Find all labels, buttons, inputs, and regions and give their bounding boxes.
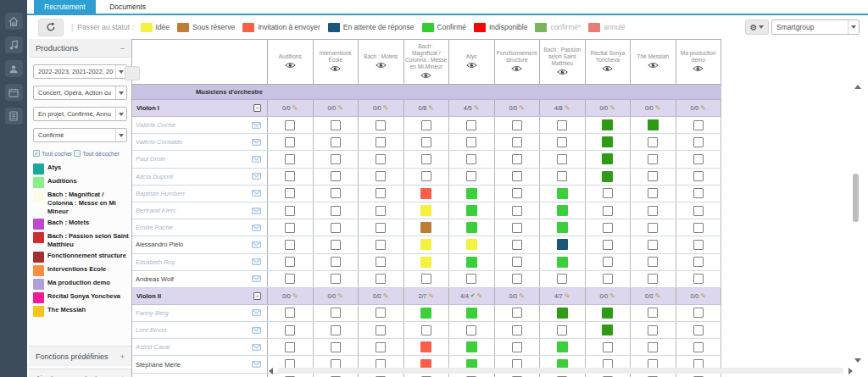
status-checkbox[interactable] bbox=[693, 274, 704, 284]
group-count-cell[interactable]: 2/7✎ bbox=[404, 288, 450, 304]
collapse-group-icon[interactable]: − bbox=[253, 292, 261, 300]
send-mail-button[interactable] bbox=[252, 309, 261, 316]
production-list-item[interactable]: Fonctionnement structure bbox=[33, 252, 129, 263]
status-checkbox[interactable] bbox=[466, 120, 476, 130]
status-checkbox[interactable] bbox=[331, 240, 341, 250]
status-checkbox[interactable] bbox=[285, 206, 295, 216]
eye-icon[interactable] bbox=[511, 65, 522, 72]
status-checkbox[interactable] bbox=[466, 171, 476, 181]
send-mail-button[interactable] bbox=[252, 122, 261, 129]
edit-pencil-icon[interactable]: ✎ bbox=[474, 104, 480, 112]
status-square-confirmed2[interactable] bbox=[602, 308, 613, 319]
column-header[interactable]: Ma production demo bbox=[676, 40, 722, 85]
filter-select-3[interactable]: Confirmé bbox=[33, 128, 127, 142]
status-checkbox[interactable] bbox=[693, 325, 704, 335]
status-checkbox[interactable] bbox=[648, 206, 658, 216]
status-square-reserve[interactable] bbox=[420, 222, 431, 233]
filter-select-1[interactable]: Concert, Opéra, Action cu bbox=[33, 86, 127, 100]
send-mail-button[interactable] bbox=[252, 241, 261, 248]
status-square-confirmed2[interactable] bbox=[602, 136, 613, 147]
production-list-item[interactable]: Interventions Ecole bbox=[33, 265, 129, 276]
edit-pencil-icon[interactable]: ✎ bbox=[609, 292, 615, 300]
section-ajouter-un-contact[interactable]: Ajouter un contact + bbox=[29, 369, 131, 377]
status-square-confirmed[interactable] bbox=[557, 188, 568, 199]
filter-select-0[interactable]: 2022-2023, 2021-2022, 20 bbox=[33, 64, 127, 79]
vertical-scrollbar-thumb[interactable] bbox=[853, 174, 859, 222]
status-swatch[interactable] bbox=[535, 23, 547, 32]
status-checkbox[interactable] bbox=[557, 120, 567, 130]
rail-button-clipboard[interactable] bbox=[5, 108, 23, 125]
status-checkbox[interactable] bbox=[693, 154, 704, 164]
edit-pencil-icon[interactable]: ✎ bbox=[337, 292, 343, 300]
group-count-cell[interactable]: 4/4✔✎ bbox=[449, 288, 495, 304]
status-square-waiting[interactable] bbox=[557, 239, 568, 250]
status-checkbox[interactable] bbox=[512, 257, 522, 267]
status-square-idea[interactable] bbox=[466, 239, 477, 250]
status-checkbox[interactable] bbox=[421, 137, 431, 147]
status-square-confirmed[interactable] bbox=[466, 205, 477, 216]
status-checkbox[interactable] bbox=[285, 274, 295, 284]
eye-icon[interactable] bbox=[557, 69, 568, 75]
send-mail-button[interactable] bbox=[252, 258, 261, 265]
send-mail-button[interactable] bbox=[252, 344, 261, 351]
productions-panel-header[interactable]: Productions – bbox=[29, 39, 131, 58]
status-checkbox[interactable] bbox=[331, 171, 341, 181]
status-checkbox[interactable] bbox=[466, 325, 476, 335]
status-checkbox[interactable] bbox=[693, 240, 704, 250]
status-checkbox[interactable] bbox=[285, 171, 295, 181]
section-fonctions-predefinies[interactable]: Fonctions prédéfinies + bbox=[29, 346, 131, 366]
status-checkbox[interactable] bbox=[376, 171, 386, 181]
edit-pencil-icon[interactable]: ✎ bbox=[428, 104, 434, 112]
production-list-item[interactable]: Bach : Motets bbox=[33, 219, 129, 230]
status-checkbox[interactable] bbox=[331, 342, 341, 352]
status-checkbox[interactable] bbox=[331, 223, 341, 233]
status-checkbox[interactable] bbox=[557, 274, 567, 284]
eye-icon[interactable] bbox=[602, 65, 613, 72]
status-checkbox[interactable] bbox=[512, 325, 522, 335]
status-square-confirmed[interactable] bbox=[557, 205, 568, 216]
status-checkbox[interactable] bbox=[557, 171, 567, 181]
status-swatch[interactable] bbox=[328, 23, 340, 32]
status-checkbox[interactable] bbox=[331, 257, 341, 267]
status-square-confirmed[interactable] bbox=[557, 341, 568, 352]
status-checkbox[interactable] bbox=[421, 120, 431, 130]
eye-icon[interactable] bbox=[330, 65, 341, 72]
status-checkbox[interactable] bbox=[512, 206, 522, 216]
status-checkbox[interactable] bbox=[648, 188, 658, 198]
status-checkbox[interactable] bbox=[285, 154, 295, 164]
status-checkbox[interactable] bbox=[466, 154, 476, 164]
group-count-cell[interactable]: 0/0✎ bbox=[495, 100, 541, 116]
group-count-cell[interactable]: 0/0✎ bbox=[359, 100, 404, 116]
edit-pencil-icon[interactable]: ✎ bbox=[655, 292, 661, 300]
status-checkbox[interactable] bbox=[376, 325, 386, 335]
status-checkbox[interactable] bbox=[285, 308, 295, 318]
status-checkbox[interactable] bbox=[285, 188, 295, 198]
status-checkbox[interactable] bbox=[693, 137, 704, 147]
status-checkbox[interactable] bbox=[512, 120, 522, 130]
group-count-cell[interactable]: 0/0✎ bbox=[268, 288, 314, 304]
edit-pencil-icon[interactable]: ✎ bbox=[292, 292, 298, 300]
group-count-cell[interactable]: 0/0✎ bbox=[586, 100, 632, 116]
status-checkbox[interactable] bbox=[421, 325, 431, 335]
status-checkbox[interactable] bbox=[285, 223, 295, 233]
status-checkbox[interactable] bbox=[285, 120, 295, 130]
status-swatch[interactable] bbox=[474, 23, 486, 32]
column-header[interactable]: Interventions École bbox=[314, 40, 359, 85]
collapse-group-icon[interactable]: − bbox=[253, 104, 261, 112]
group-count-cell[interactable]: 0/8✎ bbox=[404, 100, 450, 116]
tab-documents[interactable]: Documents bbox=[99, 0, 156, 14]
refresh-button[interactable] bbox=[38, 19, 64, 36]
status-checkbox[interactable] bbox=[603, 240, 613, 250]
status-checkbox[interactable] bbox=[648, 342, 658, 352]
group-count-cell[interactable]: 0/0✎ bbox=[631, 100, 676, 116]
status-checkbox[interactable] bbox=[512, 171, 522, 181]
status-checkbox[interactable] bbox=[603, 206, 613, 216]
status-square-confirmed[interactable] bbox=[557, 222, 568, 233]
status-checkbox[interactable] bbox=[693, 171, 704, 181]
production-list-item[interactable]: The Messiah bbox=[33, 306, 129, 317]
status-square-idea[interactable] bbox=[420, 239, 431, 250]
status-checkbox[interactable] bbox=[512, 240, 522, 250]
status-swatch[interactable] bbox=[141, 23, 153, 32]
column-header[interactable]: Atys bbox=[449, 40, 495, 85]
status-checkbox[interactable] bbox=[603, 274, 613, 284]
